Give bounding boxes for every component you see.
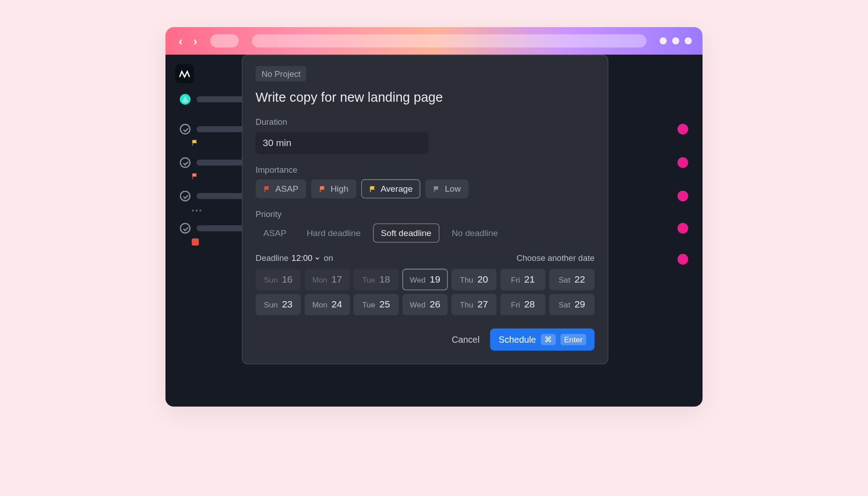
deadline-on: on bbox=[324, 253, 333, 263]
date-num: 28 bbox=[524, 299, 535, 310]
date-cell[interactable]: Thu27 bbox=[451, 294, 496, 316]
priority-soft-deadline-chip[interactable]: Soft deadline bbox=[373, 223, 439, 242]
flag-icon bbox=[368, 185, 376, 193]
check-circle-icon bbox=[180, 157, 191, 168]
avatar-icon bbox=[180, 94, 191, 105]
priority-no-deadline-chip[interactable]: No deadline bbox=[444, 223, 505, 242]
importance-average-chip[interactable]: Average bbox=[361, 180, 420, 198]
window-dot[interactable] bbox=[672, 37, 679, 44]
priority-options: ASAPHard deadlineSoft deadlineNo deadlin… bbox=[255, 223, 594, 242]
date-dow: Wed bbox=[410, 275, 425, 284]
priority-label: Priority bbox=[255, 209, 594, 219]
nav-forward-icon[interactable]: › bbox=[191, 34, 199, 47]
priority-hard-deadline-chip[interactable]: Hard deadline bbox=[299, 223, 368, 242]
date-num: 29 bbox=[575, 299, 585, 310]
date-cell[interactable]: Fri28 bbox=[500, 294, 546, 316]
app-body: ••• No Project Write copy for new landin… bbox=[165, 55, 703, 407]
date-num: 16 bbox=[282, 274, 292, 285]
importance-label: Importance bbox=[255, 165, 594, 175]
date-num: 20 bbox=[477, 274, 488, 285]
importance-low-chip[interactable]: Low bbox=[425, 180, 469, 198]
duration-label: Duration bbox=[255, 117, 594, 127]
cancel-button[interactable]: Cancel bbox=[452, 335, 480, 345]
date-dow: Mon bbox=[312, 301, 327, 310]
deadline-prefix: Deadline bbox=[255, 253, 288, 263]
schedule-button[interactable]: Schedule ⌘ Enter bbox=[491, 329, 595, 351]
date-dow: Sun bbox=[264, 275, 278, 284]
date-dow: Mon bbox=[312, 275, 327, 284]
project-chip[interactable]: No Project bbox=[255, 66, 307, 81]
date-cell[interactable]: Sat29 bbox=[549, 294, 594, 316]
browser-pill bbox=[210, 34, 239, 47]
date-num: 21 bbox=[524, 274, 535, 285]
date-dow: Fri bbox=[511, 301, 520, 310]
date-cell[interactable]: Wed26 bbox=[402, 294, 448, 316]
schedule-task-modal: No Project Write copy for new landing pa… bbox=[242, 55, 608, 364]
app-logo-icon bbox=[175, 64, 194, 83]
date-num: 18 bbox=[379, 274, 390, 285]
date-cell[interactable]: Wed19 bbox=[402, 269, 448, 291]
window-controls bbox=[660, 37, 692, 44]
date-dow: Wed bbox=[410, 301, 425, 310]
date-cell[interactable]: Mon17 bbox=[305, 269, 350, 291]
avatar-icon bbox=[678, 157, 689, 168]
browser-toolbar: ‹ › bbox=[165, 27, 703, 55]
date-cell[interactable]: Sun16 bbox=[255, 269, 301, 291]
date-dow: Thu bbox=[460, 301, 473, 310]
check-circle-icon bbox=[180, 223, 191, 234]
deadline-time-dropdown[interactable]: 12:00 bbox=[292, 253, 321, 263]
importance-high-chip[interactable]: High bbox=[311, 180, 356, 198]
choose-another-date-link[interactable]: Choose another date bbox=[516, 253, 594, 263]
shortcut-mod-icon: ⌘ bbox=[541, 334, 556, 345]
date-cell[interactable]: Sun23 bbox=[255, 294, 301, 316]
date-dow: Thu bbox=[460, 275, 473, 284]
date-dow: Sun bbox=[264, 301, 278, 310]
avatar-icon bbox=[678, 191, 689, 202]
browser-frame: ‹ › ••• No Project Write c bbox=[165, 27, 703, 407]
date-dow: Tue bbox=[362, 301, 375, 310]
date-dow: Sat bbox=[559, 275, 571, 284]
date-num: 22 bbox=[575, 274, 585, 285]
flag-icon bbox=[192, 139, 199, 146]
date-dow: Sat bbox=[559, 301, 571, 310]
chevron-down-icon bbox=[314, 255, 321, 262]
url-bar[interactable] bbox=[252, 34, 646, 47]
alert-icon bbox=[192, 238, 199, 246]
shortcut-key: Enter bbox=[561, 334, 586, 345]
task-title: Write copy for new landing page bbox=[255, 90, 594, 105]
flag-icon bbox=[319, 185, 326, 193]
date-cell[interactable]: Fri21 bbox=[500, 269, 546, 291]
date-num: 17 bbox=[331, 274, 342, 285]
check-circle-icon bbox=[180, 191, 191, 202]
date-num: 24 bbox=[331, 299, 342, 310]
date-dow: Tue bbox=[362, 275, 375, 284]
date-cell[interactable]: Mon24 bbox=[305, 294, 350, 316]
importance-options: ASAPHighAverageLow bbox=[255, 180, 594, 198]
duration-input[interactable] bbox=[255, 132, 429, 154]
date-num: 23 bbox=[282, 299, 292, 310]
flag-icon bbox=[433, 185, 441, 193]
date-cell[interactable]: Tue25 bbox=[354, 294, 399, 316]
date-cell[interactable]: Tue18 bbox=[354, 269, 399, 291]
date-num: 26 bbox=[430, 299, 440, 310]
date-num: 27 bbox=[477, 299, 488, 310]
date-dow: Fri bbox=[511, 275, 520, 284]
date-num: 19 bbox=[430, 274, 440, 285]
date-cell[interactable]: Sat22 bbox=[549, 269, 594, 291]
priority-asap-chip[interactable]: ASAP bbox=[255, 223, 294, 242]
date-picker-grid: Sun16Mon17Tue18Wed19Thu20Fri21Sat22Sun23… bbox=[255, 269, 594, 316]
window-dot[interactable] bbox=[684, 37, 692, 44]
avatar-icon bbox=[678, 254, 689, 265]
flag-icon bbox=[192, 173, 199, 180]
date-cell[interactable]: Thu20 bbox=[451, 269, 496, 291]
window-dot[interactable] bbox=[660, 37, 667, 44]
flag-icon bbox=[263, 185, 271, 193]
avatar-icon bbox=[678, 223, 689, 234]
check-circle-icon bbox=[180, 124, 191, 135]
schedule-button-label: Schedule bbox=[499, 335, 536, 345]
nav-back-icon[interactable]: ‹ bbox=[176, 34, 185, 47]
avatar-icon bbox=[678, 124, 689, 135]
date-num: 25 bbox=[379, 299, 390, 310]
importance-asap-chip[interactable]: ASAP bbox=[255, 180, 306, 198]
